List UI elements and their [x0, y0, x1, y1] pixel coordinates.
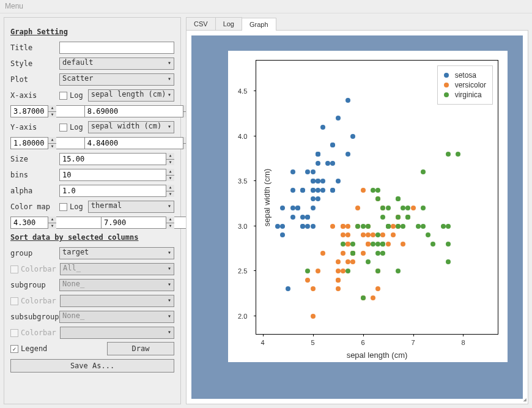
xmax-input[interactable] [84, 105, 191, 117]
title-input[interactable] [59, 42, 174, 54]
data-point [341, 224, 345, 229]
data-point [290, 215, 295, 220]
draw-button[interactable]: Draw [107, 342, 174, 355]
alpha-label: alpha [10, 187, 59, 195]
data-point [380, 206, 385, 210]
legend-dot-icon [444, 73, 449, 78]
data-point [446, 224, 451, 229]
data-point [350, 134, 355, 139]
menu-label[interactable]: Menu [5, 2, 23, 10]
legend-checkbox[interactable]: ✓ [10, 345, 18, 353]
data-point [300, 215, 305, 220]
cmax-spinner[interactable]: ▲▼ [166, 217, 174, 229]
data-point [456, 152, 460, 157]
data-point [401, 206, 405, 210]
yaxis-log-label: Log [70, 123, 83, 132]
alpha-spinner[interactable]: ▲▼ [166, 185, 174, 197]
style-select[interactable]: default [59, 57, 174, 70]
colorbar3-label: Colorbar [21, 328, 60, 337]
data-point [421, 206, 426, 210]
size-spinner[interactable]: ▲▼ [166, 153, 174, 165]
data-point [345, 98, 350, 103]
ytick: 3.5 [238, 177, 247, 185]
yaxis-select[interactable]: sepal width (cm) [88, 121, 174, 133]
main-area: Graph Setting Title Style default ▾ Plot… [0, 13, 532, 408]
data-point [401, 224, 405, 229]
data-point [355, 224, 360, 229]
xtick: 4 [261, 339, 265, 346]
data-point [311, 179, 316, 184]
colormap-select[interactable]: thermal [88, 201, 174, 213]
ymin-spinner[interactable]: ▲▼ [48, 137, 56, 149]
data-point [316, 161, 320, 166]
data-point [305, 269, 310, 273]
data-point [375, 232, 380, 237]
xaxis-log-checkbox[interactable] [59, 92, 67, 100]
data-point [305, 215, 310, 220]
xtick: 7 [411, 339, 415, 346]
settings-sidebar: Graph Setting Title Style default ▾ Plot… [4, 17, 181, 404]
data-point [295, 206, 300, 210]
subgroup-select[interactable]: None_ [59, 279, 174, 291]
subsubgroup-select[interactable]: None_ [59, 311, 174, 323]
legend-label: setosa [455, 71, 476, 80]
xlabel: sepal length (cm) [347, 351, 408, 360]
xaxis-label: X-axis [10, 91, 59, 100]
tab-log[interactable]: Log [215, 17, 242, 30]
data-point [405, 215, 410, 220]
colorbar2-checkbox [10, 297, 18, 305]
bins-label: bins [10, 171, 59, 179]
yaxis-log-checkbox[interactable] [59, 124, 67, 132]
sort-data-title: Sort data by selected columns [10, 233, 174, 242]
ytick: 4.0 [238, 133, 247, 140]
tab-csv[interactable]: CSV [186, 17, 216, 30]
data-point [375, 242, 380, 247]
data-point [341, 232, 345, 237]
cmin-spinner[interactable]: ▲▼ [48, 217, 56, 229]
size-label: Size [10, 155, 59, 163]
bins-input[interactable] [59, 169, 174, 181]
group-select[interactable]: target [59, 247, 174, 259]
legend-entry: setosa [444, 71, 486, 80]
data-point [386, 242, 391, 247]
data-point [380, 215, 385, 220]
tab-graph[interactable]: Graph [242, 18, 276, 31]
data-point [341, 251, 345, 256]
data-point [345, 152, 350, 157]
alpha-input[interactable] [59, 185, 174, 197]
data-point [311, 188, 316, 193]
data-point [311, 169, 316, 174]
ymax-input[interactable] [84, 137, 191, 149]
saveas-button[interactable]: Save As... [10, 359, 174, 373]
data-point [391, 224, 396, 229]
data-point [361, 188, 366, 193]
data-point [366, 242, 371, 247]
data-point [361, 295, 366, 300]
xtick: 6 [361, 339, 364, 346]
colorbar1-select[interactable]: All_ [60, 263, 174, 275]
size-input[interactable] [59, 153, 174, 165]
ylabel: sepal width (cm) [262, 168, 272, 226]
data-point [371, 232, 375, 237]
data-point [320, 251, 325, 256]
legend-label: virginica [455, 91, 482, 99]
xaxis-select[interactable]: sepal length (cm) [88, 89, 174, 102]
data-point [361, 251, 366, 256]
data-point [280, 206, 285, 210]
data-point [345, 269, 350, 273]
menu-bar[interactable]: Menu [0, 0, 532, 13]
data-point [290, 169, 295, 174]
bins-spinner[interactable]: ▲▼ [166, 169, 174, 181]
graph-setting-title: Graph Setting [10, 28, 174, 36]
data-point [366, 232, 371, 237]
data-point [361, 224, 366, 229]
cmap-log-checkbox[interactable] [59, 203, 67, 211]
data-point [320, 179, 325, 184]
resize-grip-icon[interactable]: ◢ [523, 396, 526, 402]
colorbar1-label: Colorbar [21, 265, 60, 273]
xmin-spinner[interactable]: ▲▼ [48, 105, 56, 117]
data-point [316, 179, 320, 184]
data-point [430, 242, 435, 247]
data-point [380, 242, 385, 247]
plot-select[interactable]: Scatter [59, 73, 174, 86]
